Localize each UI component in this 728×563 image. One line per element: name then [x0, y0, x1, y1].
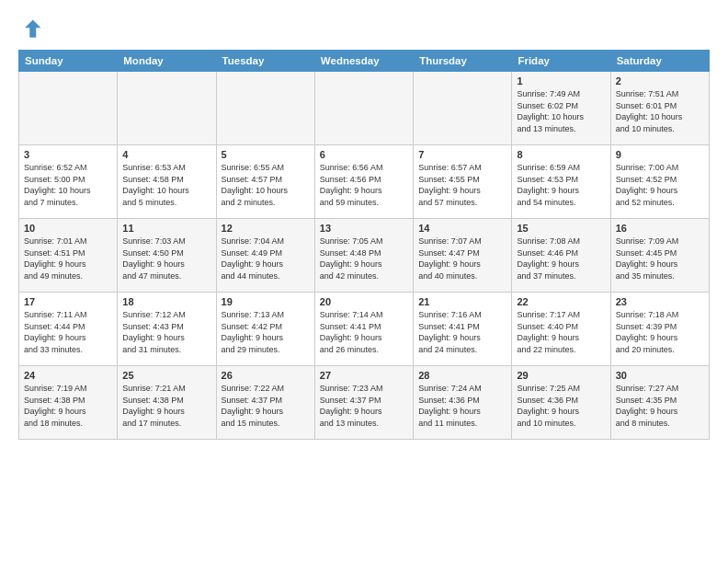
day-number: 30: [616, 370, 704, 381]
day-cell: 24Sunrise: 7:19 AM Sunset: 4:38 PM Dayli…: [19, 366, 118, 440]
day-cell: 14Sunrise: 7:07 AM Sunset: 4:47 PM Dayli…: [414, 219, 512, 293]
day-info: Sunrise: 7:49 AM Sunset: 6:02 PM Dayligh…: [517, 88, 605, 134]
day-info: Sunrise: 6:59 AM Sunset: 4:53 PM Dayligh…: [517, 162, 605, 208]
day-number: 9: [616, 149, 704, 160]
day-info: Sunrise: 7:27 AM Sunset: 4:35 PM Dayligh…: [616, 383, 704, 429]
day-info: Sunrise: 7:11 AM Sunset: 4:44 PM Dayligh…: [24, 309, 112, 355]
day-info: Sunrise: 7:25 AM Sunset: 4:36 PM Dayligh…: [517, 383, 605, 429]
day-cell: 8Sunrise: 6:59 AM Sunset: 4:53 PM Daylig…: [512, 145, 610, 219]
day-cell: 1Sunrise: 7:49 AM Sunset: 6:02 PM Daylig…: [512, 72, 610, 145]
calendar-table: SundayMondayTuesdayWednesdayThursdayFrid…: [18, 50, 710, 440]
day-number: 24: [24, 370, 112, 381]
day-number: 6: [320, 149, 408, 160]
page: SundayMondayTuesdayWednesdayThursdayFrid…: [0, 0, 728, 449]
day-number: 10: [24, 223, 112, 234]
day-number: 13: [320, 223, 408, 234]
day-cell: 16Sunrise: 7:09 AM Sunset: 4:45 PM Dayli…: [610, 219, 709, 293]
day-info: Sunrise: 7:08 AM Sunset: 4:46 PM Dayligh…: [517, 236, 605, 282]
day-info: Sunrise: 7:23 AM Sunset: 4:37 PM Dayligh…: [320, 383, 408, 429]
day-number: 4: [122, 149, 210, 160]
day-cell: 22Sunrise: 7:17 AM Sunset: 4:40 PM Dayli…: [512, 293, 610, 366]
day-cell: 19Sunrise: 7:13 AM Sunset: 4:42 PM Dayli…: [216, 293, 314, 366]
logo: [18, 17, 48, 42]
day-number: 22: [517, 296, 605, 307]
day-cell: 2Sunrise: 7:51 AM Sunset: 6:01 PM Daylig…: [610, 72, 709, 145]
day-cell: 25Sunrise: 7:21 AM Sunset: 4:38 PM Dayli…: [118, 366, 216, 440]
day-cell: 9Sunrise: 7:00 AM Sunset: 4:52 PM Daylig…: [610, 145, 709, 219]
day-cell: 27Sunrise: 7:23 AM Sunset: 4:37 PM Dayli…: [314, 366, 413, 440]
day-info: Sunrise: 7:00 AM Sunset: 4:52 PM Dayligh…: [616, 162, 704, 208]
col-header-monday: Monday: [118, 51, 216, 72]
day-number: 11: [122, 223, 210, 234]
day-cell: 3Sunrise: 6:52 AM Sunset: 5:00 PM Daylig…: [19, 145, 118, 219]
day-info: Sunrise: 7:12 AM Sunset: 4:43 PM Dayligh…: [122, 309, 210, 355]
week-row-3: 17Sunrise: 7:11 AM Sunset: 4:44 PM Dayli…: [19, 293, 710, 366]
day-info: Sunrise: 7:03 AM Sunset: 4:50 PM Dayligh…: [122, 236, 210, 282]
week-row-0: 1Sunrise: 7:49 AM Sunset: 6:02 PM Daylig…: [19, 72, 710, 145]
day-cell: 5Sunrise: 6:55 AM Sunset: 4:57 PM Daylig…: [216, 145, 314, 219]
day-info: Sunrise: 7:51 AM Sunset: 6:01 PM Dayligh…: [616, 88, 704, 134]
logo-icon: [18, 17, 44, 42]
header: [18, 17, 710, 42]
day-info: Sunrise: 7:04 AM Sunset: 4:49 PM Dayligh…: [222, 236, 310, 282]
day-number: 8: [517, 149, 605, 160]
day-cell: [118, 72, 216, 145]
day-info: Sunrise: 6:53 AM Sunset: 4:58 PM Dayligh…: [122, 162, 210, 208]
day-number: 5: [222, 149, 310, 160]
day-cell: [414, 72, 512, 145]
day-info: Sunrise: 7:01 AM Sunset: 4:51 PM Dayligh…: [24, 236, 112, 282]
day-cell: [19, 72, 118, 145]
day-cell: 23Sunrise: 7:18 AM Sunset: 4:39 PM Dayli…: [610, 293, 709, 366]
day-number: 19: [222, 296, 310, 307]
day-cell: 28Sunrise: 7:24 AM Sunset: 4:36 PM Dayli…: [414, 366, 512, 440]
col-header-sunday: Sunday: [19, 51, 118, 72]
day-info: Sunrise: 7:22 AM Sunset: 4:37 PM Dayligh…: [222, 383, 310, 429]
col-header-wednesday: Wednesday: [314, 51, 413, 72]
day-cell: 6Sunrise: 6:56 AM Sunset: 4:56 PM Daylig…: [314, 145, 413, 219]
day-cell: 13Sunrise: 7:05 AM Sunset: 4:48 PM Dayli…: [314, 219, 413, 293]
day-number: 7: [418, 149, 506, 160]
day-info: Sunrise: 6:56 AM Sunset: 4:56 PM Dayligh…: [320, 162, 408, 208]
day-number: 27: [320, 370, 408, 381]
day-info: Sunrise: 6:57 AM Sunset: 4:55 PM Dayligh…: [418, 162, 506, 208]
day-info: Sunrise: 6:55 AM Sunset: 4:57 PM Dayligh…: [222, 162, 310, 208]
day-info: Sunrise: 7:17 AM Sunset: 4:40 PM Dayligh…: [517, 309, 605, 355]
day-info: Sunrise: 6:52 AM Sunset: 5:00 PM Dayligh…: [24, 162, 112, 208]
day-number: 12: [222, 223, 310, 234]
day-number: 26: [222, 370, 310, 381]
day-info: Sunrise: 7:16 AM Sunset: 4:41 PM Dayligh…: [418, 309, 506, 355]
col-header-saturday: Saturday: [610, 51, 709, 72]
day-info: Sunrise: 7:24 AM Sunset: 4:36 PM Dayligh…: [418, 383, 506, 429]
week-row-4: 24Sunrise: 7:19 AM Sunset: 4:38 PM Dayli…: [19, 366, 710, 440]
week-row-2: 10Sunrise: 7:01 AM Sunset: 4:51 PM Dayli…: [19, 219, 710, 293]
day-info: Sunrise: 7:18 AM Sunset: 4:39 PM Dayligh…: [616, 309, 704, 355]
day-cell: 15Sunrise: 7:08 AM Sunset: 4:46 PM Dayli…: [512, 219, 610, 293]
day-number: 21: [418, 296, 506, 307]
day-info: Sunrise: 7:21 AM Sunset: 4:38 PM Dayligh…: [122, 383, 210, 429]
day-cell: 12Sunrise: 7:04 AM Sunset: 4:49 PM Dayli…: [216, 219, 314, 293]
day-cell: 20Sunrise: 7:14 AM Sunset: 4:41 PM Dayli…: [314, 293, 413, 366]
day-number: 25: [122, 370, 210, 381]
header-row: SundayMondayTuesdayWednesdayThursdayFrid…: [19, 51, 710, 72]
day-number: 16: [616, 223, 704, 234]
day-info: Sunrise: 7:13 AM Sunset: 4:42 PM Dayligh…: [222, 309, 310, 355]
col-header-tuesday: Tuesday: [216, 51, 314, 72]
day-cell: 30Sunrise: 7:27 AM Sunset: 4:35 PM Dayli…: [610, 366, 709, 440]
col-header-thursday: Thursday: [414, 51, 512, 72]
day-cell: [216, 72, 314, 145]
day-cell: 18Sunrise: 7:12 AM Sunset: 4:43 PM Dayli…: [118, 293, 216, 366]
day-number: 3: [24, 149, 112, 160]
day-number: 20: [320, 296, 408, 307]
col-header-friday: Friday: [512, 51, 610, 72]
day-number: 18: [122, 296, 210, 307]
day-cell: [314, 72, 413, 145]
day-number: 28: [418, 370, 506, 381]
day-info: Sunrise: 7:05 AM Sunset: 4:48 PM Dayligh…: [320, 236, 408, 282]
day-number: 29: [517, 370, 605, 381]
day-number: 1: [517, 75, 605, 86]
day-info: Sunrise: 7:09 AM Sunset: 4:45 PM Dayligh…: [616, 236, 704, 282]
day-info: Sunrise: 7:19 AM Sunset: 4:38 PM Dayligh…: [24, 383, 112, 429]
day-number: 15: [517, 223, 605, 234]
day-number: 17: [24, 296, 112, 307]
day-cell: 10Sunrise: 7:01 AM Sunset: 4:51 PM Dayli…: [19, 219, 118, 293]
